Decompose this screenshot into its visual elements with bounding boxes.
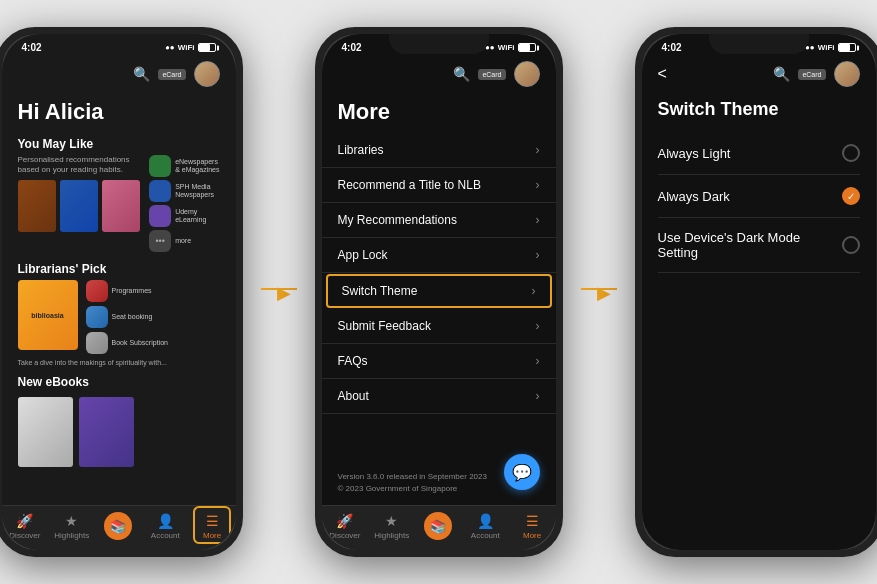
theme-option-device-mode[interactable]: Use Device's Dark Mode Setting — [642, 218, 876, 272]
more-label-1: More — [203, 531, 221, 540]
quick-link-more[interactable]: ••• more — [149, 230, 219, 252]
new-ebooks-row — [2, 393, 236, 471]
programmes-item[interactable]: Programmes — [86, 280, 152, 302]
chat-icon: 💬 — [512, 463, 532, 482]
device-mode-radio[interactable] — [842, 236, 860, 254]
theme-screen: 4:02 ●●● WiFi < 🔍 eCard Switch Theme — [642, 34, 876, 550]
menu-item-recommend[interactable]: Recommend a Title to NLB › — [322, 168, 556, 203]
center-tab-icon: 📚 — [110, 519, 126, 534]
header-icons: 🔍 eCard — [133, 61, 219, 87]
connector-1-2: ▶ — [261, 280, 297, 304]
theme-search-icon[interactable]: 🔍 — [773, 66, 790, 82]
book-cover-2 — [60, 180, 98, 232]
programmes-label: Programmes — [112, 287, 152, 295]
account-icon: 👤 — [157, 513, 174, 529]
always-light-radio[interactable] — [842, 144, 860, 162]
quick-link-enewspapers[interactable]: eNewspapers& eMagazines — [149, 155, 219, 177]
programmes-icon — [86, 280, 108, 302]
account-label: Account — [151, 531, 180, 540]
chevron-libraries: › — [536, 143, 540, 157]
tab-more-1[interactable]: ☰ More — [189, 513, 236, 540]
phone-switch-theme: 4:02 ●●● WiFi < 🔍 eCard Switch Theme — [635, 27, 878, 557]
device-mode-label: Use Device's Dark Mode Setting — [658, 230, 842, 260]
tab-highlights-2[interactable]: ★ Highlights — [368, 513, 415, 540]
sph-icon — [149, 180, 171, 202]
center-icon-2: 📚 — [430, 519, 446, 534]
theme-option-always-dark[interactable]: Always Dark — [642, 175, 876, 217]
avatar[interactable] — [194, 61, 220, 87]
menu-list: Libraries › Recommend a Title to NLB › M… — [322, 133, 556, 461]
status-icons-3: ●●● WiFi — [800, 43, 855, 52]
librarians-pick-label: Librarians' Pick — [2, 258, 236, 280]
chevron-faqs: › — [536, 354, 540, 368]
book-cover-3 — [102, 180, 140, 232]
phone-notch — [69, 34, 169, 54]
book-sub-icon — [86, 332, 108, 354]
tab-center-2[interactable]: 📚 — [415, 512, 462, 540]
menu-item-switch-theme[interactable]: Switch Theme › — [326, 274, 552, 308]
ebook-notme-cover — [79, 397, 134, 467]
book-sub-label: Book Subscription — [112, 339, 168, 347]
status-time-3: 4:02 — [662, 42, 682, 53]
librarians-desc: Take a dive into the makings of spiritua… — [2, 358, 236, 367]
about-label: About — [338, 389, 369, 403]
status-icons: ●●● WiFi — [160, 43, 215, 52]
fab-chat-button[interactable]: 💬 — [504, 454, 540, 490]
theme-avatar[interactable] — [834, 61, 860, 87]
more-icon-2: ☰ — [526, 513, 539, 529]
chevron-about: › — [536, 389, 540, 403]
theme-ecard-badge[interactable]: eCard — [798, 69, 825, 80]
always-dark-radio[interactable] — [842, 187, 860, 205]
menu-item-app-lock[interactable]: App Lock › — [322, 238, 556, 273]
more-icon-1: ☰ — [206, 513, 219, 529]
tab-highlights[interactable]: ★ Highlights — [48, 513, 95, 540]
phone-notch-3 — [709, 34, 809, 54]
connector-arrow-2: ▶ — [597, 282, 611, 304]
more-avatar[interactable] — [514, 61, 540, 87]
theme-header: < 🔍 eCard — [642, 57, 876, 95]
enewspapers-icon — [149, 155, 171, 177]
back-button[interactable]: < — [658, 65, 667, 83]
quick-link-udemy[interactable]: UdemyeLearning — [149, 205, 219, 227]
chevron-app-lock: › — [536, 248, 540, 262]
more-ecard-badge[interactable]: eCard — [478, 69, 505, 80]
tab-discover[interactable]: 🚀 Discover — [2, 513, 49, 540]
more-header: 🔍 eCard — [322, 57, 556, 95]
new-ebooks-label: New eBooks — [2, 371, 236, 393]
discover-icon: 🚀 — [16, 513, 33, 529]
connector-arrow-1: ▶ — [277, 282, 291, 304]
you-may-like-label: You May Like — [2, 133, 236, 155]
book-sub-item[interactable]: Book Subscription — [86, 332, 168, 354]
tab-discover-2[interactable]: 🚀 Discover — [322, 513, 369, 540]
menu-item-feedback[interactable]: Submit Feedback › — [322, 309, 556, 344]
tab-account-2[interactable]: 👤 Account — [462, 513, 509, 540]
phone-notch-2 — [389, 34, 489, 54]
status-icons-2: ●●● WiFi — [480, 43, 535, 52]
librarians-pick-row: biblioasia Programmes Seat booking — [2, 280, 236, 354]
quick-link-sph[interactable]: SPH MediaNewspapers — [149, 180, 219, 202]
home-screen: 4:02 ●●● WiFi 🔍 eCard Hi Alicia You May … — [2, 34, 236, 550]
switch-theme-label: Switch Theme — [342, 284, 418, 298]
book-cover-1 — [18, 180, 56, 232]
always-dark-label: Always Dark — [658, 189, 730, 204]
menu-item-libraries[interactable]: Libraries › — [322, 133, 556, 168]
tab-bar-1: 🚀 Discover ★ Highlights 📚 👤 Account — [2, 505, 236, 550]
search-icon[interactable]: 🔍 — [133, 66, 150, 82]
udemy-label: UdemyeLearning — [175, 208, 206, 225]
account-icon-2: 👤 — [477, 513, 494, 529]
connector-2-3: ▶ — [581, 280, 617, 304]
home-header: 🔍 eCard — [2, 57, 236, 95]
theme-option-always-light[interactable]: Always Light — [642, 132, 876, 174]
more-label-2: More — [523, 531, 541, 540]
theme-header-icons: 🔍 eCard — [773, 61, 859, 87]
seat-item[interactable]: Seat booking — [86, 306, 153, 328]
tab-center[interactable]: 📚 — [95, 512, 142, 540]
highlights-label-2: Highlights — [374, 531, 409, 540]
menu-item-faqs[interactable]: FAQs › — [322, 344, 556, 379]
menu-item-my-recommendations[interactable]: My Recommendations › — [322, 203, 556, 238]
ecard-badge[interactable]: eCard — [158, 69, 185, 80]
more-search-icon[interactable]: 🔍 — [453, 66, 470, 82]
tab-account[interactable]: 👤 Account — [142, 513, 189, 540]
menu-item-about[interactable]: About › — [322, 379, 556, 414]
tab-more-2[interactable]: ☰ More — [509, 513, 556, 540]
